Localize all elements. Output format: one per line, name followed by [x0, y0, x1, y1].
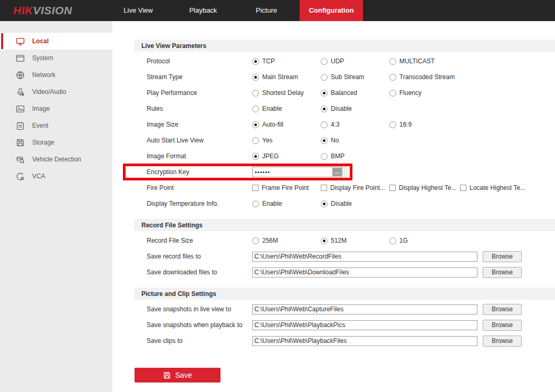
- radio-label: 256M: [262, 237, 278, 244]
- field-label: Stream Type: [134, 73, 252, 81]
- radio-label: MULTICAST: [399, 58, 435, 65]
- storage-icon: [16, 138, 25, 147]
- radio-label: No: [331, 137, 339, 144]
- downloaded-files-path-input[interactable]: [252, 267, 477, 278]
- checkbox-display-highest-temp[interactable]: [389, 185, 396, 191]
- checkbox-display-fire-point[interactable]: [321, 185, 327, 191]
- sidebar-item-storage[interactable]: Storage: [0, 134, 112, 151]
- radio-1g[interactable]: [389, 237, 396, 244]
- sidebar-item-network[interactable]: Network: [0, 66, 112, 83]
- radio-label: Disable: [331, 105, 352, 112]
- radio-rules-disable[interactable]: [321, 106, 328, 112]
- radio-rules-enable[interactable]: [252, 106, 259, 112]
- sidebar-item-label: Vehicle Detection: [32, 156, 81, 163]
- checkbox-label: Display Highest Te...: [399, 184, 456, 192]
- radio-label: 16:9: [399, 121, 412, 128]
- row-encryption-key: Encryption Key ...: [126, 166, 350, 178]
- browse-button[interactable]: Browse: [483, 267, 522, 278]
- row-save-snapshots-playback: Save snapshots when playback to Browse: [134, 317, 555, 333]
- sidebar-item-vehicle-detection[interactable]: Vehicle Detection: [0, 151, 112, 168]
- nav-tab-playback[interactable]: Playback: [177, 0, 229, 21]
- field-label: Save snapshots when playback to: [134, 321, 252, 329]
- soft-keyboard-icon[interactable]: ...: [332, 168, 342, 176]
- checkbox-label: Locate Highest Te...: [470, 184, 525, 192]
- radio-sub-stream[interactable]: [321, 74, 328, 81]
- sidebar-item-image[interactable]: Image: [0, 100, 112, 117]
- radio-16-9[interactable]: [389, 121, 396, 128]
- radio-bmp[interactable]: [321, 153, 328, 160]
- snapshot-playback-path-input[interactable]: [252, 320, 477, 330]
- encryption-key-input[interactable]: [252, 167, 343, 177]
- section-title: Live View Parameters: [141, 42, 206, 50]
- radio-fluency[interactable]: [389, 90, 396, 97]
- radio-label: 1G: [399, 237, 408, 244]
- radio-512m[interactable]: [321, 237, 328, 244]
- sidebar-item-video-audio[interactable]: Video/Audio: [0, 83, 112, 100]
- hikvision-logo: HIKVISION: [13, 0, 72, 21]
- radio-shortest-delay[interactable]: [252, 90, 259, 97]
- red-highlight-annotation: Encryption Key ...: [123, 164, 352, 180]
- radio-label: 512M: [331, 237, 347, 244]
- radio-auto-start-no[interactable]: [321, 137, 328, 144]
- browse-button[interactable]: Browse: [483, 304, 522, 315]
- radio-balanced[interactable]: [321, 90, 328, 97]
- field-label: Image Format: [134, 152, 252, 160]
- record-files-path-input[interactable]: [252, 252, 477, 262]
- radio-auto-fill[interactable]: [252, 121, 259, 128]
- field-label: Record File Size: [134, 237, 252, 244]
- radio-display-temp-enable[interactable]: [252, 200, 259, 207]
- page: HIKVISION Live View Playback Picture Con…: [0, 0, 555, 392]
- sidebar-item-label: Network: [32, 71, 55, 79]
- radio-label: Enable: [262, 200, 282, 207]
- checkbox-frame-fire-point[interactable]: [252, 185, 259, 191]
- field-label: Save record files to: [134, 253, 252, 260]
- checkbox-label: Frame Fire Point: [262, 184, 309, 192]
- radio-transcoded-stream[interactable]: [389, 74, 396, 81]
- radio-tcp[interactable]: [252, 58, 259, 65]
- image-icon: [16, 104, 25, 113]
- row-record-file-size: Record File Size 256M 512M 1G: [134, 233, 555, 248]
- radio-256m[interactable]: [252, 237, 259, 244]
- top-nav: HIKVISION Live View Playback Picture Con…: [0, 0, 555, 21]
- radio-display-temp-disable[interactable]: [321, 200, 328, 207]
- field-label: Auto Start Live View: [134, 137, 252, 144]
- radio-label: 4:3: [331, 121, 340, 128]
- section-header-live-view-parameters: Live View Parameters: [134, 40, 555, 52]
- radio-auto-start-yes[interactable]: [252, 137, 259, 144]
- field-label: Rules: [134, 105, 252, 112]
- field-label: Protocol: [134, 58, 252, 65]
- nav-tab-live-view[interactable]: Live View: [112, 0, 165, 21]
- radio-label: Main Stream: [262, 73, 298, 81]
- radio-udp[interactable]: [321, 58, 328, 65]
- row-save-downloaded-files: Save downloaded files to Browse: [134, 264, 555, 280]
- radio-multicast[interactable]: [389, 58, 396, 65]
- save-button[interactable]: Save: [135, 368, 221, 383]
- vca-icon: [16, 172, 25, 181]
- checkbox-locate-highest-temp[interactable]: [460, 185, 466, 191]
- nav-tab-configuration[interactable]: Configuration: [300, 0, 363, 21]
- field-label: Save downloaded files to: [134, 269, 252, 276]
- radio-jpeg[interactable]: [252, 153, 259, 160]
- browse-button[interactable]: Browse: [483, 336, 522, 347]
- section-header-record-file-settings: Record File Settings: [134, 219, 555, 231]
- sidebar-item-event[interactable]: Event: [0, 117, 112, 134]
- clips-path-input[interactable]: [252, 336, 477, 346]
- field-label: Save snapshots in live view to: [134, 305, 252, 313]
- radio-main-stream[interactable]: [252, 74, 259, 81]
- sidebar-item-label: VCA: [32, 173, 45, 180]
- section-header-picture-clip-settings: Picture and Clip Settings: [134, 288, 555, 300]
- browse-button[interactable]: Browse: [483, 320, 522, 331]
- radio-label: Transcoded Stream: [399, 73, 455, 81]
- logo-vision: VISION: [33, 4, 72, 17]
- window-icon: [16, 54, 25, 63]
- sidebar: Local System Network Video/Audio: [0, 21, 112, 392]
- snapshot-liveview-path-input[interactable]: [252, 304, 477, 314]
- row-display-temperature-info: Display Temperature Info. Enable Disable: [134, 196, 555, 212]
- sidebar-item-system[interactable]: System: [0, 50, 112, 66]
- sidebar-item-vca[interactable]: VCA: [0, 168, 112, 185]
- sidebar-item-local[interactable]: Local: [0, 33, 112, 50]
- browse-button[interactable]: Browse: [483, 251, 522, 262]
- row-auto-start-live-view: Auto Start Live View Yes No: [134, 132, 555, 148]
- radio-4-3[interactable]: [321, 121, 328, 128]
- nav-tab-picture[interactable]: Picture: [240, 0, 293, 21]
